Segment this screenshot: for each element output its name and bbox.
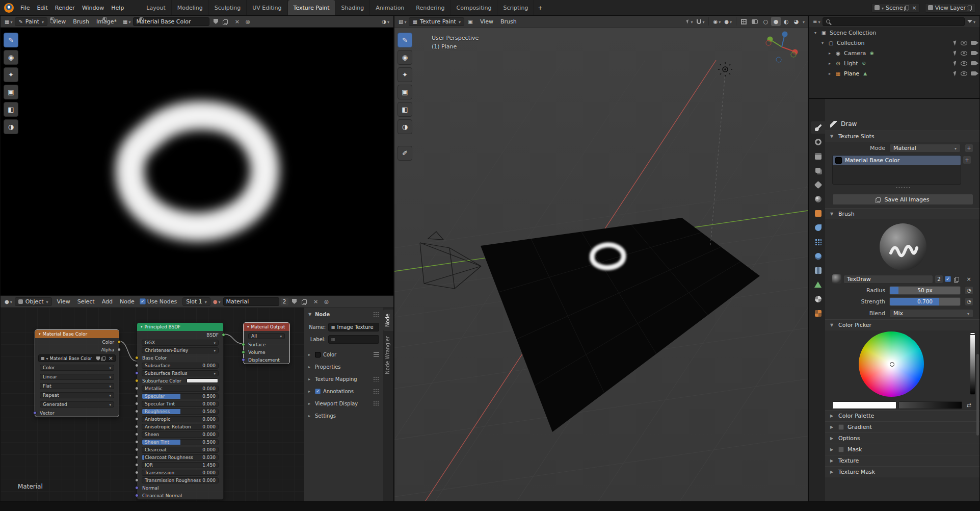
shading-mode-button[interactable]: ● xyxy=(771,17,781,26)
new-image-icon[interactable] xyxy=(102,356,105,360)
pressure-toggle[interactable]: ◔ xyxy=(965,297,973,306)
workspace-tab[interactable]: Animation xyxy=(370,0,410,15)
workspace-tab[interactable]: Modeling xyxy=(172,0,209,15)
snap-magnet-icon[interactable] xyxy=(696,17,705,26)
slot-dropdown[interactable]: Slot 1 xyxy=(182,297,210,306)
node-row[interactable]: Normal xyxy=(137,484,223,492)
node-name-field[interactable]: ▦Image Texture xyxy=(328,323,379,331)
editor-type-button[interactable]: ● xyxy=(4,297,13,306)
menu-item[interactable]: Window xyxy=(78,4,108,12)
new-brush-icon[interactable] xyxy=(953,274,962,284)
node-row[interactable]: Anisotropic Rotation 0.000 xyxy=(137,423,223,430)
material-output-node[interactable]: Material Output All Surface Volume Displ… xyxy=(243,322,290,364)
drag-grip-icon[interactable] xyxy=(373,389,379,394)
node-dropdown[interactable]: Linear xyxy=(35,372,119,381)
principled-bsdf-node[interactable]: Principled BSDF BSDF GGX xyxy=(137,322,224,500)
texture-slots-panel-header[interactable]: ▼Texture Slots xyxy=(825,131,980,142)
properties-tab[interactable] xyxy=(811,264,825,276)
tool-button[interactable]: ◧ xyxy=(398,102,412,117)
material-name-field[interactable]: Material xyxy=(223,297,279,306)
disclosure-icon[interactable]: ▸ xyxy=(827,51,832,56)
tool-button[interactable]: ✎ xyxy=(4,33,18,47)
secondary-color-swatch[interactable] xyxy=(898,401,963,409)
fake-user-icon[interactable] xyxy=(211,17,220,26)
filter-button[interactable] xyxy=(966,17,976,26)
selectable-toggle-icon[interactable] xyxy=(953,40,958,46)
node-row[interactable]: Subsurface 0.000 xyxy=(137,362,223,369)
editor-type-button[interactable]: ▧ xyxy=(398,17,407,26)
xray-icon[interactable] xyxy=(750,17,759,26)
view-layer-selector[interactable]: View Layer xyxy=(925,3,976,13)
node-row[interactable]: Sheen 0.000 xyxy=(137,430,223,438)
new-image-icon[interactable] xyxy=(222,17,231,26)
menu-item[interactable]: Add xyxy=(98,297,116,306)
menu-item[interactable]: File xyxy=(17,4,33,12)
value-slider[interactable] xyxy=(970,333,975,395)
node-row[interactable]: Transmission 0.000 xyxy=(137,469,223,476)
node-row[interactable]: Clearcoat Normal xyxy=(137,492,223,499)
node-row[interactable]: Base Color xyxy=(137,354,223,362)
tool-button[interactable]: ✐ xyxy=(398,146,412,161)
outliner-row[interactable]: ▸ ▦ Plane ▲ xyxy=(809,68,979,79)
input-socket[interactable] xyxy=(135,394,139,398)
editor-type-button[interactable]: ≡ xyxy=(812,17,821,26)
blender-logo-icon[interactable] xyxy=(4,3,14,13)
properties-tab[interactable] xyxy=(811,193,825,205)
color-cursor[interactable] xyxy=(890,362,894,367)
node-row[interactable]: Sheen Tint 0.500 xyxy=(137,438,223,446)
add-workspace-button[interactable]: + xyxy=(534,4,546,12)
input-socket[interactable] xyxy=(135,440,139,444)
menu-item[interactable]: Help xyxy=(108,4,127,12)
node-row[interactable]: Christensen-Burley xyxy=(137,346,223,354)
node-row[interactable]: Specular Tint 0.000 xyxy=(137,400,223,407)
node-header[interactable]: Material Base Color xyxy=(35,330,119,338)
image-datablock-field[interactable]: ▦ Material Base Color xyxy=(38,354,116,362)
disclosure-icon[interactable]: ▸ xyxy=(827,61,832,66)
node-dropdown[interactable]: Color xyxy=(35,363,119,372)
node-row[interactable]: Clearcoat Roughness 0.030 xyxy=(137,453,223,461)
editor-type-button[interactable]: ▦ xyxy=(4,17,13,26)
input-socket[interactable] xyxy=(135,463,139,467)
scrollbar[interactable] xyxy=(976,354,979,436)
hide-toggle-icon[interactable] xyxy=(961,71,967,76)
input-socket[interactable] xyxy=(135,448,139,451)
paint-mask-icon[interactable]: ▣ xyxy=(466,17,475,26)
input-socket[interactable] xyxy=(135,478,139,482)
visibility-dropdown[interactable] xyxy=(685,17,694,26)
viewport-canvas[interactable]: User Perspective (1) Plane ✎◉✦▣◧◑✐ xyxy=(394,28,808,501)
shading-mode-button[interactable]: ◕ xyxy=(791,17,801,26)
render-toggle-icon[interactable] xyxy=(971,61,976,65)
unlink-brush-icon[interactable] xyxy=(964,274,973,284)
fake-user-icon[interactable] xyxy=(290,297,299,306)
collapsed-panel-header[interactable]: ▶ Gradient xyxy=(825,421,980,432)
color-picker-panel-header[interactable]: ▼Color Picker xyxy=(825,319,980,330)
brush-users-count[interactable]: 2 xyxy=(935,275,943,283)
material-users-count[interactable]: 2 xyxy=(281,298,288,305)
hide-toggle-icon[interactable] xyxy=(961,51,967,56)
input-socket[interactable] xyxy=(135,486,139,490)
node-input-displacement[interactable]: Displacement xyxy=(244,356,289,364)
sidebar-section-header[interactable]: ▸ Texture Mapping xyxy=(304,373,383,385)
pin-icon[interactable]: ◎ xyxy=(243,17,252,26)
blend-dropdown[interactable]: Mix xyxy=(889,309,973,318)
sidebar-section-header[interactable]: ▸ Properties xyxy=(304,361,383,373)
tool-button[interactable]: ✦ xyxy=(398,67,412,82)
disclosure-icon[interactable]: ▾ xyxy=(813,31,818,35)
browse-material-icon[interactable]: ● xyxy=(212,297,222,306)
collapsed-panel-header[interactable]: ▶ Texture xyxy=(825,455,980,466)
hide-toggle-icon[interactable] xyxy=(961,61,967,66)
texture-slot-list[interactable]: Material Base Color + xyxy=(832,155,961,185)
hide-toggle-icon[interactable] xyxy=(961,41,967,45)
workspace-tab[interactable]: Sculpting xyxy=(209,0,247,15)
brush-panel-header[interactable]: ▼Brush xyxy=(825,208,980,219)
input-socket[interactable] xyxy=(135,432,139,436)
image-texture-node[interactable]: Material Base Color Color Alpha ▦ Materi… xyxy=(35,329,119,417)
input-socket[interactable] xyxy=(135,471,139,474)
properties-tab[interactable] xyxy=(811,164,825,176)
menu-item[interactable]: Brush xyxy=(497,17,520,26)
node-label-field[interactable]: ▦ xyxy=(328,335,379,344)
use-nodes-checkbox[interactable] xyxy=(140,298,146,304)
surface-socket[interactable] xyxy=(242,343,245,346)
image-display-options-button[interactable]: ◑ xyxy=(381,17,390,26)
outliner-row[interactable]: ▸ ◉ Camera ◉ xyxy=(809,48,979,58)
